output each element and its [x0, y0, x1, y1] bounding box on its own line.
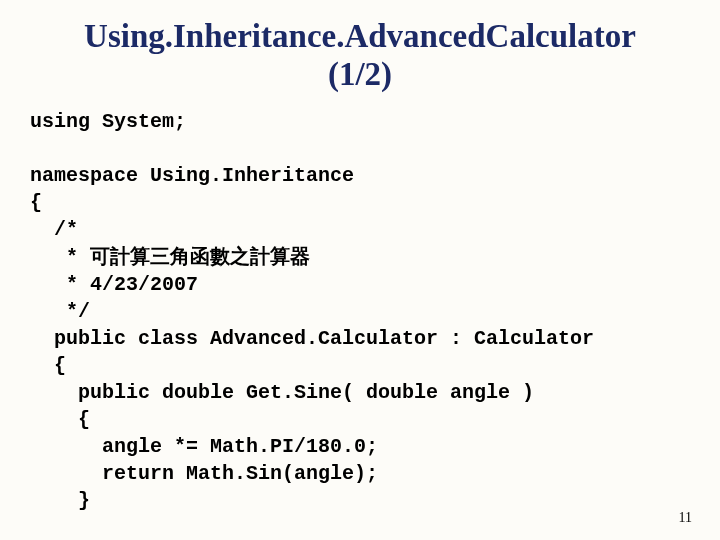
code-line: public double Get.Sine( double angle ): [30, 381, 534, 404]
page-number: 11: [679, 510, 692, 526]
code-line: {: [30, 354, 66, 377]
title-line-2: (1/2): [328, 56, 392, 92]
code-line: angle *= Math.PI/180.0;: [30, 435, 378, 458]
code-comment-zh: 可計算三角函數之計算器: [90, 245, 310, 267]
code-line: {: [30, 408, 90, 431]
code-line: using System;: [30, 110, 186, 133]
code-line: {: [30, 191, 42, 214]
code-line: /*: [30, 218, 78, 241]
title-line-1: Using.Inheritance.AdvancedCalculator: [84, 18, 636, 54]
code-line: namespace Using.Inheritance: [30, 164, 354, 187]
slide: Using.Inheritance.AdvancedCalculator (1/…: [0, 0, 720, 540]
code-line: *: [30, 246, 90, 269]
code-line: * 4/23/2007: [30, 273, 198, 296]
code-line: }: [30, 489, 90, 512]
code-line: */: [30, 300, 90, 323]
code-block: using System; namespace Using.Inheritanc…: [30, 108, 690, 514]
code-line: return Math.Sin(angle);: [30, 462, 378, 485]
code-line: public class Advanced.Calculator : Calcu…: [30, 327, 594, 350]
slide-title: Using.Inheritance.AdvancedCalculator (1/…: [30, 18, 690, 94]
